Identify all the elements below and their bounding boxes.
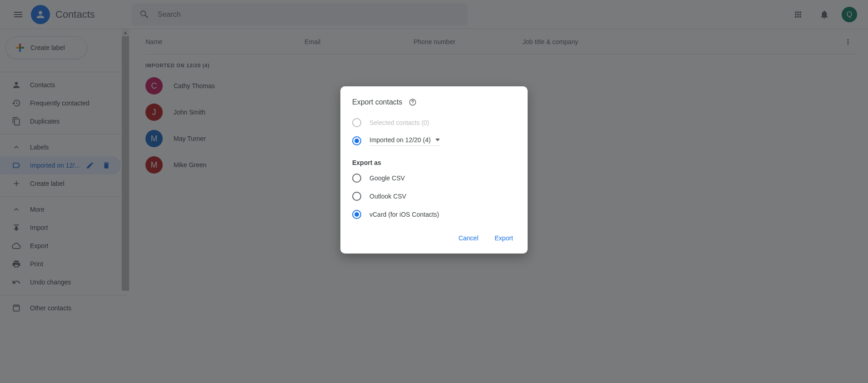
radio-button[interactable] <box>352 192 361 201</box>
export-button[interactable]: Export <box>495 234 513 242</box>
radio-button[interactable] <box>352 210 361 219</box>
radio-outlook-csv[interactable]: Outlook CSV <box>352 190 516 203</box>
radio-google-csv[interactable]: Google CSV <box>352 172 516 184</box>
radio-imported-label[interactable]: Imported on 12/20 (4) <box>352 134 516 147</box>
radio-button <box>352 118 361 127</box>
help-icon[interactable] <box>409 98 417 106</box>
radio-button[interactable] <box>352 174 361 183</box>
radio-vcard[interactable]: vCard (for iOS Contacts) <box>352 208 516 221</box>
cancel-button[interactable]: Cancel <box>459 234 479 242</box>
dropdown-arrow-icon[interactable] <box>435 139 440 141</box>
radio-button[interactable] <box>352 136 361 145</box>
dialog-title: Export contacts <box>352 98 402 106</box>
export-dialog: Export contacts Selected contacts (0) Im… <box>340 86 528 254</box>
export-as-title: Export as <box>352 159 516 166</box>
svg-point-1 <box>413 104 413 104</box>
radio-selected-contacts: Selected contacts (0) <box>352 116 516 129</box>
modal-scrim[interactable]: Export contacts Selected contacts (0) Im… <box>0 0 868 383</box>
